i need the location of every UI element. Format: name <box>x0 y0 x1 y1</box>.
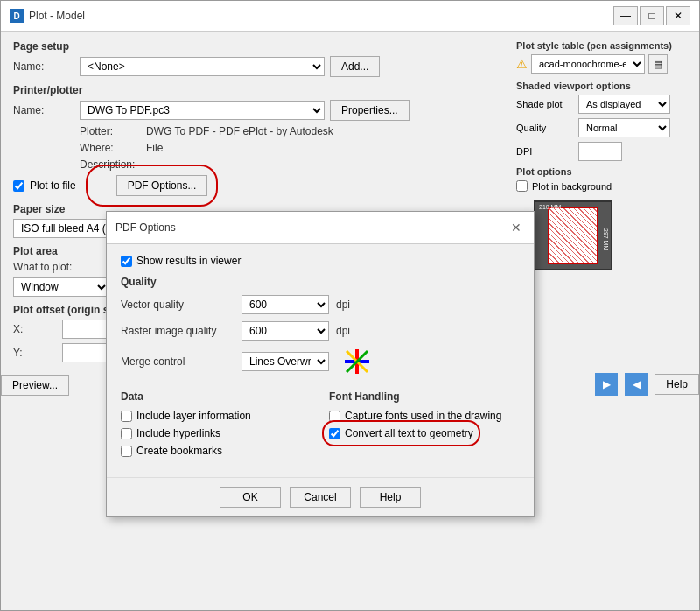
paper-inner <box>548 207 598 264</box>
printer-name-row: Name: DWG To PDF.pc3 Properties... <box>13 100 499 121</box>
merge-control-select[interactable]: Lines Overwrite <box>242 352 329 371</box>
shaded-viewport-title: Shaded viewport options <box>516 81 687 91</box>
dialog-separator <box>121 383 520 383</box>
plot-to-file-checkbox[interactable] <box>13 180 24 192</box>
plotter-value: DWG To PDF - PDF ePlot - by Autodesk <box>146 125 333 137</box>
preview-button[interactable]: Preview... <box>1 375 69 396</box>
plot-background-row: Plot in background <box>516 180 687 192</box>
merge-icon <box>343 348 371 376</box>
raster-dpi-label: dpi <box>336 325 350 337</box>
dialog-bottom-buttons: OK Cancel Help <box>107 477 534 516</box>
title-bar-left: D Plot - Model <box>10 9 85 23</box>
include-layer-row: Include layer information <box>121 410 312 422</box>
dialog-body: Data Include layer information Include h… <box>121 390 520 460</box>
dialog-ok-button[interactable]: OK <box>220 487 281 508</box>
description-info-row: Description: <box>80 158 499 171</box>
quality-section: Quality Vector quality 600 dpi Raster im… <box>121 276 520 376</box>
paper-hatch <box>550 208 597 263</box>
page-setup-section: Page setup Name: <None> Add... <box>13 40 499 77</box>
name-label: Name: <box>13 60 74 73</box>
description-label: Description: <box>80 158 141 171</box>
vector-dpi-label: dpi <box>336 298 350 311</box>
include-layer-label: Include layer information <box>136 410 251 422</box>
plot-style-title: Plot style table (pen assignments) <box>516 40 687 51</box>
plotter-info-row: Plotter: DWG To PDF - PDF ePlot - by Aut… <box>80 125 499 137</box>
page-setup-title: Page setup <box>13 40 499 53</box>
plot-background-checkbox[interactable] <box>516 180 528 192</box>
what-to-plot-select[interactable]: Window <box>13 277 109 297</box>
plot-to-file-row: Plot to file PDF Options... <box>13 175 499 196</box>
paper-dim-top: 210 MM <box>539 204 561 210</box>
where-label: Where: <box>80 142 141 154</box>
bottom-buttons: ▶ ◀ Help <box>595 373 699 396</box>
minimize-button[interactable]: — <box>613 6 638 25</box>
maximize-button[interactable]: □ <box>640 6 664 25</box>
font-handling-section: Font Handling Capture fonts used in the … <box>329 390 520 460</box>
x-label: X: <box>13 323 57 335</box>
printer-name-label: Name: <box>13 104 74 116</box>
dpi-input[interactable]: 100 <box>578 142 622 161</box>
show-results-label: Show results in viewer <box>136 255 241 267</box>
convert-text-label: Convert all text to geometry <box>345 427 473 439</box>
raster-quality-select[interactable]: 600 <box>242 321 329 341</box>
printer-name-select[interactable]: DWG To PDF.pc3 <box>80 101 325 120</box>
plotter-label: Plotter: <box>80 125 141 137</box>
dpi-row: DPI 100 <box>516 142 687 161</box>
include-hyperlinks-checkbox[interactable] <box>121 428 132 439</box>
quality-label: Quality <box>516 123 573 133</box>
where-value: File <box>146 142 163 154</box>
quality-select[interactable]: Normal <box>578 118 670 137</box>
convert-text-wrapper: Convert all text to geometry <box>329 427 473 439</box>
help-main-button[interactable]: Help <box>654 374 699 395</box>
paper-preview-container: 210 MM 297 MM <box>534 200 687 270</box>
plot-background-label: Plot in background <box>532 181 612 192</box>
capture-fonts-label: Capture fonts used in the drawing <box>345 410 501 422</box>
y-label: Y: <box>13 347 57 359</box>
shaded-viewport-section: Shaded viewport options Shade plot As di… <box>516 81 687 161</box>
pdf-options-wrapper: PDF Options... <box>116 175 208 196</box>
pdf-options-dialog: PDF Options ✕ Show results in viewer Qua… <box>106 211 535 517</box>
edit-style-button[interactable]: ▤ <box>648 54 668 74</box>
capture-fonts-checkbox[interactable] <box>329 411 340 422</box>
convert-text-checkbox[interactable] <box>329 428 340 439</box>
create-bookmarks-checkbox[interactable] <box>121 446 132 457</box>
dialog-content: Show results in viewer Quality Vector qu… <box>107 244 534 470</box>
close-window-button[interactable]: ✕ <box>666 6 690 25</box>
dialog-close-button[interactable]: ✕ <box>508 217 525 238</box>
where-info-row: Where: File <box>80 142 499 154</box>
raster-quality-label: Raster image quality <box>121 325 234 337</box>
paper-dim-right: 297 MM <box>603 228 609 250</box>
raster-quality-row: Raster image quality 600 dpi <box>121 321 520 341</box>
page-name-select[interactable]: <None> <box>80 57 325 76</box>
plot-style-row: ⚠ acad-monochrome-ehala.ctl ▤ <box>516 54 687 74</box>
dialog-title-bar: PDF Options ✕ <box>107 212 534 244</box>
back-nav-button[interactable]: ◀ <box>625 373 648 396</box>
quality-row: Quality Normal <box>516 118 687 137</box>
window-title: Plot - Model <box>29 10 85 22</box>
include-hyperlinks-row: Include hyperlinks <box>121 427 312 439</box>
show-results-row: Show results in viewer <box>121 255 520 267</box>
include-layer-checkbox[interactable] <box>121 411 132 422</box>
dialog-cancel-button[interactable]: Cancel <box>290 487 351 508</box>
convert-text-row: Convert all text to geometry <box>329 427 520 439</box>
shade-plot-select[interactable]: As displayed <box>578 95 670 114</box>
show-results-checkbox[interactable] <box>121 256 132 267</box>
plot-style-select[interactable]: acad-monochrome-ehala.ctl <box>531 54 645 74</box>
properties-button[interactable]: Properties... <box>330 100 410 121</box>
forward-nav-button[interactable]: ▶ <box>595 373 618 396</box>
data-section-title: Data <box>121 390 312 403</box>
printer-section-title: Printer/plotter <box>13 84 499 96</box>
vector-quality-row: Vector quality 600 dpi <box>121 295 520 314</box>
dialog-title: PDF Options <box>116 221 176 234</box>
pdf-options-button[interactable]: PDF Options... <box>116 175 208 196</box>
app-icon: D <box>10 9 24 23</box>
vector-quality-select[interactable]: 600 <box>242 295 329 314</box>
page-setup-name-row: Name: <None> Add... <box>13 56 499 77</box>
right-panel: Plot style table (pen assignments) ⚠ aca… <box>516 40 687 369</box>
dialog-help-button[interactable]: Help <box>360 487 421 508</box>
dpi-label: DPI <box>516 146 573 157</box>
main-window: D Plot - Model — □ ✕ Page setup Name: <N… <box>0 0 700 611</box>
printer-section: Printer/plotter Name: DWG To PDF.pc3 Pro… <box>13 84 499 196</box>
add-button[interactable]: Add... <box>330 56 380 77</box>
preview-button-container: Preview... <box>1 375 69 396</box>
